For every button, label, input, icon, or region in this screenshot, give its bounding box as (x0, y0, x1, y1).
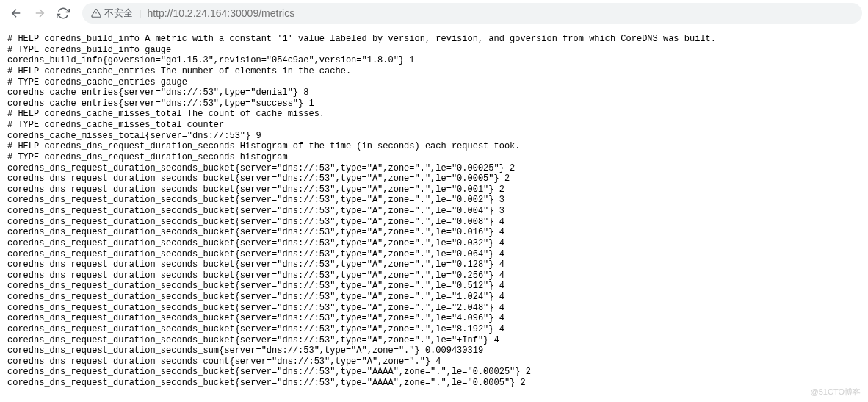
back-button[interactable] (6, 3, 26, 24)
address-divider: | (139, 7, 141, 18)
arrow-left-icon (10, 7, 23, 20)
security-warning: 不安全 (91, 7, 133, 20)
reload-button[interactable] (53, 3, 73, 24)
forward-button[interactable] (29, 3, 50, 24)
browser-toolbar: 不安全 | http://10.2.24.164:30009/metrics (0, 0, 868, 26)
reload-icon (57, 7, 70, 20)
insecure-label: 不安全 (104, 7, 133, 20)
url-text: http://10.2.24.164:30009/metrics (147, 7, 294, 19)
arrow-right-icon (33, 7, 46, 20)
watermark: @51CTO博客 (811, 387, 861, 398)
metrics-output: # HELP coredns_build_info A metric with … (0, 26, 868, 396)
address-bar[interactable]: 不安全 | http://10.2.24.164:30009/metrics (82, 3, 862, 24)
warning-triangle-icon (91, 8, 101, 18)
